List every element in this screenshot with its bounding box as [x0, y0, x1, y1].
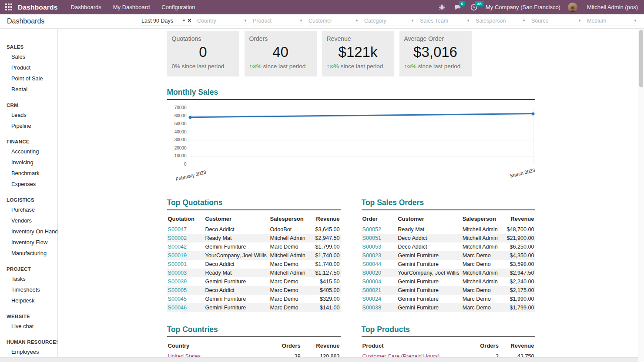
salesperson-cell: Mitchell Admin: [269, 269, 314, 277]
dashboard-filter[interactable]: Product ▼: [251, 17, 304, 26]
order-link[interactable]: S00021: [362, 286, 397, 295]
sidebar-entry[interactable]: Sales: [0, 51, 57, 62]
user-menu[interactable]: Mitchell Admin (pos): [587, 4, 638, 10]
dashboard-filter[interactable]: Customer ▼: [307, 17, 359, 26]
quotation-link[interactable]: S00005: [167, 286, 205, 295]
sidebar-entry-label: Manufacturing: [11, 250, 47, 256]
sidebar-entry[interactable]: Purchase: [0, 204, 57, 215]
dashboard-filter[interactable]: Source ▼: [530, 17, 582, 26]
apps-menu-icon[interactable]: [5, 3, 13, 11]
top-products-section: Top Products Product Orders Revenue: [362, 325, 535, 362]
order-link[interactable]: S00044: [362, 260, 397, 269]
sidebar-entry[interactable]: Invoicing: [0, 157, 57, 168]
sidebar-entry[interactable]: Tasks: [0, 273, 57, 284]
filter-placeholder: Customer: [309, 18, 332, 24]
scrollbar-thumb[interactable]: [639, 30, 643, 87]
period-filter[interactable]: Last 90 Days ▼ ✕: [140, 17, 192, 26]
sidebar-entry[interactable]: Point of Sale: [0, 73, 57, 84]
navbar-menu-item[interactable]: Configuration: [161, 4, 195, 10]
bottom-strip: [0, 357, 638, 362]
quotation-link[interactable]: S00046: [167, 303, 205, 312]
sidebar-entry[interactable]: Inventory On Hand: [0, 226, 57, 237]
sidebar-entry[interactable]: Timesheets: [0, 284, 57, 295]
table-row: S00053 Deco Addict Mitchell Admin $6,250…: [362, 242, 535, 251]
sidebar-entry[interactable]: Rental: [0, 84, 57, 95]
kpi-delta: 0% since last period: [172, 63, 235, 70]
dashboard-filter[interactable]: Category ▼: [362, 17, 415, 26]
dashboard-filter[interactable]: Salesperson ▼: [474, 17, 527, 26]
order-link[interactable]: S00023: [362, 251, 397, 260]
order-link[interactable]: S00053: [362, 242, 397, 251]
debug-bug-icon[interactable]: [437, 3, 446, 11]
order-link[interactable]: S00051: [362, 234, 397, 242]
dashboard-filter[interactable]: Sales Team ▼: [418, 17, 471, 26]
sidebar-entry[interactable]: Inventory Flow: [0, 237, 57, 248]
quotation-link[interactable]: S00045: [167, 295, 205, 303]
sidebar-entry[interactable]: Leads: [0, 110, 57, 120]
quotation-link[interactable]: S00002: [167, 234, 205, 242]
dashboard-sidebar: SALES Sales Product Point of Sale Rental…: [0, 29, 58, 362]
user-avatar[interactable]: [568, 3, 577, 12]
chevron-down-icon: ▼: [522, 19, 526, 23]
company-switcher[interactable]: My Company (San Francisco): [486, 4, 560, 10]
sidebar-entry-label: Helpdesk: [11, 297, 34, 304]
sidebar-entry[interactable]: Pipeline: [0, 120, 57, 131]
top-sales-orders-section: Top Sales Orders Order Customer Salesper…: [362, 198, 535, 312]
salesperson-cell: Marc Demo: [462, 260, 506, 269]
quotation-link[interactable]: S00019: [167, 251, 205, 260]
salesperson-cell: Mitchell Admin: [269, 251, 314, 260]
table-row: S00001 Deco Addict Marc Demo $1,740.00: [167, 260, 341, 269]
order-link[interactable]: S00024: [362, 295, 397, 303]
sidebar-entry[interactable]: Live chat: [0, 321, 57, 332]
vertical-scrollbar[interactable]: [638, 29, 644, 362]
clear-filter-icon[interactable]: ✕: [188, 18, 191, 23]
sidebar-entry[interactable]: Helpdesk: [0, 295, 57, 306]
sidebar-entry[interactable]: Employees: [0, 346, 57, 357]
kpi-value: $121k: [327, 43, 389, 61]
quotation-link[interactable]: S00042: [167, 242, 205, 251]
sidebar-entry[interactable]: Product: [0, 62, 57, 73]
kpi-label: Orders: [249, 35, 312, 42]
filter-placeholder: Source: [531, 18, 549, 24]
control-panel: Dashboards Last 90 Days ▼ ✕ Country ▼ Pr…: [0, 14, 644, 29]
quotation-link[interactable]: S00047: [167, 225, 205, 234]
top-quotations-section: Top Quotations Quotation Customer Salesp…: [167, 198, 341, 312]
section-rule: [362, 336, 535, 337]
order-link[interactable]: S00020: [362, 269, 397, 277]
activities-clock-icon[interactable]: 38: [470, 3, 478, 11]
sidebar-entry-label: Tasks: [11, 276, 26, 282]
kpi-card: Revenue $121k ↑∞% since last period: [322, 31, 394, 76]
navbar-right: 5 38 My Company (San Francisco) Mitchell…: [437, 3, 638, 12]
order-link[interactable]: S00004: [362, 277, 397, 286]
salesperson-cell: Mitchell Admin: [462, 225, 506, 234]
sidebar-entry[interactable]: Benchmark: [0, 168, 57, 179]
revenue-cell: $405.00: [314, 286, 340, 295]
sidebar-entry[interactable]: Accounting: [0, 146, 57, 157]
table-row: S00052 Ready Mat Mitchell Admin $48,700.…: [362, 225, 535, 234]
dashboard-filter[interactable]: Country ▼: [195, 17, 248, 26]
navbar-menu-item[interactable]: Dashboards: [71, 4, 101, 10]
revenue-cell: $21,900.00: [506, 234, 535, 242]
kpi-value: $3,016: [404, 43, 467, 61]
sidebar-entry-label: Sales: [11, 53, 25, 60]
quotation-link[interactable]: S00001: [167, 260, 205, 269]
customer-cell: Deco Addict: [204, 260, 269, 269]
quotation-link[interactable]: S00003: [167, 269, 205, 277]
messages-icon[interactable]: 5: [453, 3, 462, 11]
dashboard-filter[interactable]: Medium ▼: [585, 17, 638, 26]
customer-cell: YourCompany, Joel Willis: [204, 251, 269, 260]
sidebar-entry[interactable]: Manufacturing: [0, 248, 57, 259]
sidebar-entry[interactable]: Expenses: [0, 179, 57, 189]
x-axis-label-start: February 2023: [175, 169, 206, 182]
table-row: S00051 Deco Addict Mitchell Admin $21,90…: [362, 234, 535, 242]
navbar-menu-item[interactable]: My Dashboard: [113, 4, 150, 10]
quotation-link[interactable]: S00039: [167, 277, 205, 286]
table-row: S00003 Ready Mat Mitchell Admin $1,127.5…: [167, 269, 341, 277]
sidebar-entry[interactable]: Vendors: [0, 215, 57, 226]
chevron-down-icon: ▼: [466, 19, 470, 23]
order-link[interactable]: S00038: [362, 303, 397, 312]
filter-placeholder: Category: [364, 18, 386, 24]
order-link[interactable]: S00052: [362, 225, 397, 234]
app-name[interactable]: Dashboards: [18, 3, 58, 11]
salesperson-cell: Marc Demo: [462, 251, 506, 260]
